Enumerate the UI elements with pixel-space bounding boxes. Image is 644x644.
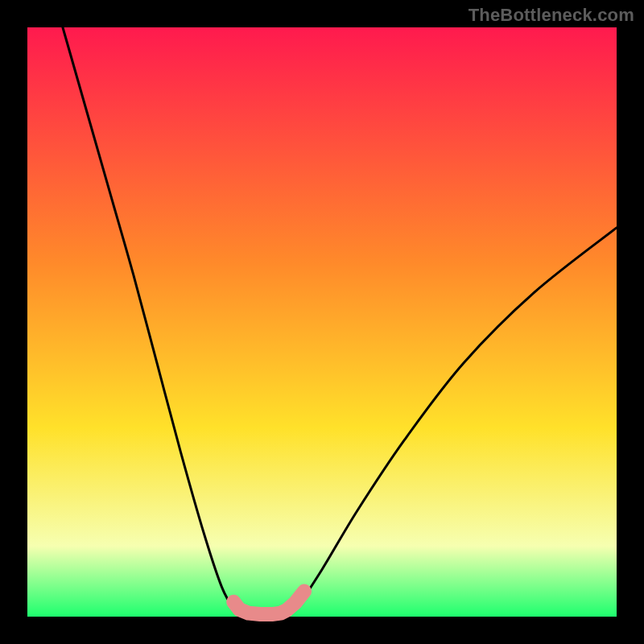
- chart-canvas: { "watermark": "TheBottleneck.com", "col…: [0, 0, 644, 644]
- plot-svg: [0, 0, 644, 644]
- watermark-text: TheBottleneck.com: [469, 5, 634, 26]
- plot-background: [27, 27, 617, 617]
